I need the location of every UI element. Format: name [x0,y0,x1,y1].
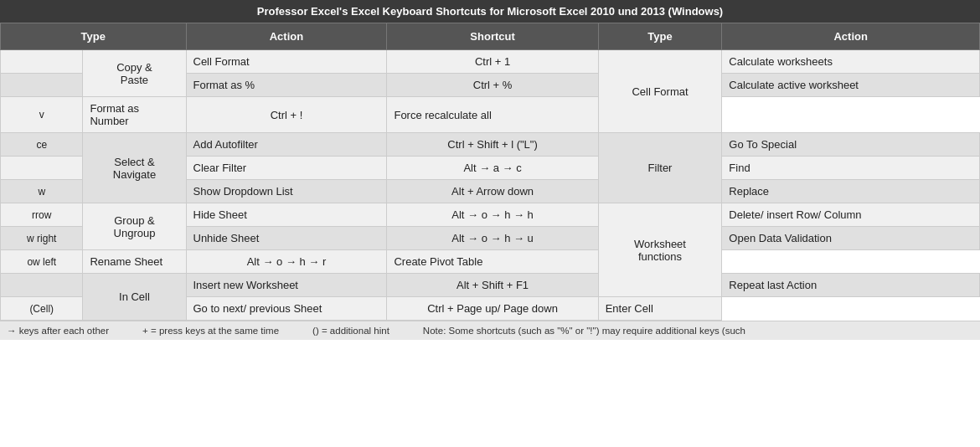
action2-cell: Create Pivot Table [387,250,598,274]
left-type-cell: Select & Navigate [83,133,186,203]
action1-cell: Clear Filter [186,157,387,180]
action1-cell: Unhide Sheet [186,227,387,250]
action2-cell: Enter Cell [598,297,722,321]
header-type-right: Type [598,23,722,50]
right-type-cell: Cell Format [598,50,722,133]
action1-cell: Cell Format [186,50,387,74]
action1-cell: Add Autofilter [186,133,387,157]
table-row: ow leftRename SheetAlt → o → h → rCreate… [1,250,980,274]
stub-label: ce [1,133,83,157]
shortcut-cell: Ctrl + 1 [387,50,598,74]
title-bar: Professor Excel's Excel Keyboard Shortcu… [0,0,980,23]
table-row: rrowGroup & UngroupHide SheetAlt → o → h… [1,203,980,227]
right-type-cell: Filter [598,133,722,203]
stub-label [1,274,83,297]
left-type-cell: In Cell [83,274,186,321]
shortcut-cell: Alt → o → h → u [387,227,598,250]
action2-cell: Calculate active worksheet [722,74,980,97]
shortcuts-table: Type Action Shortcut Type Action Copy & … [0,23,980,321]
stub-label: w right [1,227,83,250]
footer-item3: () = additional hint [312,326,389,336]
stub-label: rrow [1,203,83,227]
table-header-row: Type Action Shortcut Type Action [1,23,980,50]
stub-label [1,157,83,180]
action2-cell: Find [722,157,980,180]
table-row: Copy & PasteCell FormatCtrl + 1Cell Form… [1,50,980,74]
footer-bar: → keys after each other + = press keys a… [0,321,980,340]
header-type-left: Type [1,23,187,50]
title-text: Professor Excel's Excel Keyboard Shortcu… [257,5,723,18]
shortcut-cell: Ctrl + % [387,74,598,97]
action2-cell: Force recalculate all [387,97,598,133]
action1-cell: Format as % [186,74,387,97]
left-type-cell: Group & Ungroup [83,203,186,250]
header-action1: Action [186,23,387,50]
stub-label: v [1,97,83,133]
footer-item2: + = press keys at the same time [142,326,279,336]
action1-cell: Rename Sheet [83,250,186,274]
stub-label: (Cell) [1,297,83,321]
table-row: In CellInsert new WorksheetAlt + Shift +… [1,274,980,297]
stub-label: ow left [1,250,83,274]
footer-item1: → keys after each other [7,326,109,336]
header-action2: Action [722,23,980,50]
right-type-cell: Worksheet functions [598,203,722,297]
shortcut-cell: Alt → o → h → r [186,250,387,274]
table-row: ceSelect & NavigateAdd AutofilterCtrl + … [1,133,980,157]
left-type-cell: Copy & Paste [83,50,186,97]
action1-cell: Go to next/ previous Sheet [186,297,387,321]
action2-cell: Repeat last Action [722,274,980,297]
action2-cell: Replace [722,180,980,203]
action2-cell: Open Data Validation [722,227,980,250]
table-row: vFormat as NumberCtrl + !Force recalcula… [1,97,980,133]
stub-label [1,50,83,74]
action1-cell: Hide Sheet [186,203,387,227]
header-shortcut: Shortcut [387,23,598,50]
action2-cell: Delete/ insert Row/ Column [722,203,980,227]
action1-cell: Insert new Worksheet [186,274,387,297]
stub-label [1,74,83,97]
action2-cell: Go To Special [722,133,980,157]
action1-cell: Show Dropdown List [186,180,387,203]
shortcut-cell: Ctrl + Shift + l ("L") [387,133,598,157]
stub-label: w [1,180,83,203]
shortcut-cell: Alt → a → c [387,157,598,180]
shortcut-cell: Alt + Shift + F1 [387,274,598,297]
shortcut-cell: Alt + Arrow down [387,180,598,203]
shortcut-cell: Alt → o → h → h [387,203,598,227]
action1-cell: Format as Number [83,97,186,133]
footer-item4: Note: Some shortcuts (such as "%" or "!"… [423,326,745,336]
action2-cell: Calculate worksheets [722,50,980,74]
shortcut-cell: Ctrl + ! [186,97,387,133]
shortcut-cell: Ctrl + Page up/ Page down [387,297,598,321]
